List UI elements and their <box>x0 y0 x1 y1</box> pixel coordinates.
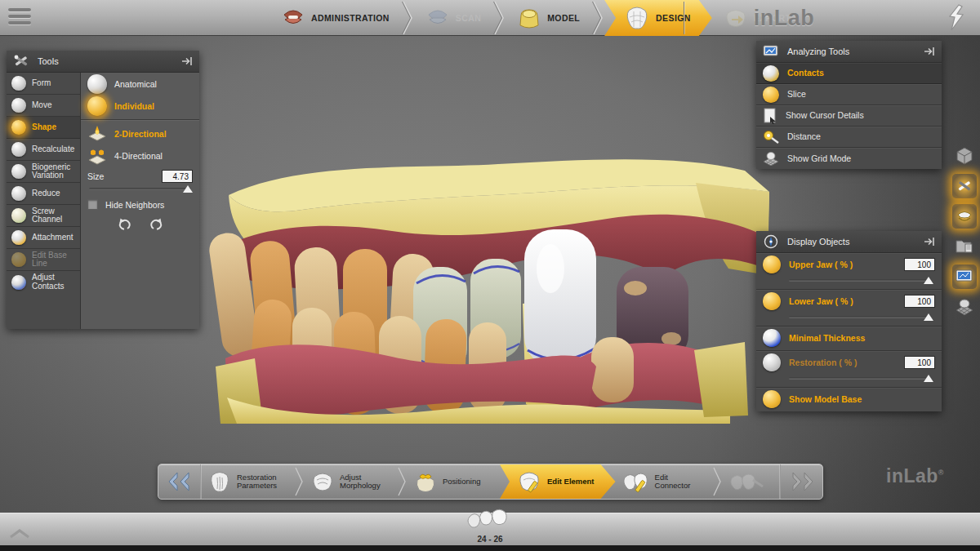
undo-icon[interactable] <box>117 218 131 231</box>
hide-neighbors-checkbox[interactable] <box>87 199 98 210</box>
workflow-forward-button[interactable] <box>780 464 822 499</box>
workflow-step-edit-element[interactable]: Edit Element <box>500 464 616 499</box>
collapse-panel-icon[interactable] <box>181 56 193 66</box>
display-objects-toggle-icon[interactable] <box>952 204 977 229</box>
analyzing-tools-icon <box>763 45 779 59</box>
display-objects-title: Display Objects <box>787 237 924 247</box>
tool-item-biogeneric-variation[interactable]: Biogeneric Variation <box>7 161 80 183</box>
collapse-panel-icon[interactable] <box>924 47 935 56</box>
size-value-input[interactable]: 4.73 <box>162 170 193 183</box>
restoration-parameters-icon <box>207 469 232 494</box>
display-row-show-model-base[interactable]: Show Model Base <box>756 388 942 411</box>
phase-navigation: ADMINISTRATION SCAN MODEL DESIGN <box>270 0 802 36</box>
restoration-bridge-icon <box>465 507 515 531</box>
lower-jaw-value-input[interactable]: 100 <box>904 295 935 308</box>
analyzing-item-show-cursor-details[interactable]: Show Cursor Details <box>756 105 942 127</box>
analyzing-item-distance[interactable]: Distance <box>756 127 942 148</box>
redo-icon[interactable] <box>149 218 164 231</box>
tool-item-shape[interactable]: Shape <box>7 117 80 139</box>
option-4-directional[interactable]: 4-Directional <box>81 144 199 167</box>
top-bar: ADMINISTRATION SCAN MODEL DESIGN <box>0 0 980 36</box>
tab-scan[interactable]: SCAN <box>414 0 492 36</box>
upper-jaw-value-input[interactable]: 100 <box>904 258 935 271</box>
bottom-status-strip: 24 - 26 <box>0 513 980 545</box>
tab-administration[interactable]: ADMINISTRATION <box>270 0 401 36</box>
display-row-lower-jaw[interactable]: Lower Jaw ( % ) 100 <box>756 290 942 327</box>
tool-item-attachment[interactable]: Attachment <box>7 227 80 249</box>
size-slider-track <box>89 188 191 190</box>
tool-list: Form Move Shape Recalculate Biogeneric V… <box>7 73 80 329</box>
administration-icon <box>281 7 305 29</box>
hide-neighbors-option[interactable]: Hide Neighbors <box>81 194 199 211</box>
attachment-icon <box>11 230 26 245</box>
restoration-value-input[interactable]: 100 <box>904 356 935 369</box>
tab-model[interactable]: MODEL <box>506 0 591 36</box>
collapse-panel-icon[interactable] <box>924 237 935 247</box>
expand-up-icon[interactable] <box>8 528 31 540</box>
tool-item-form[interactable]: Form <box>7 73 80 95</box>
anatomical-icon <box>87 74 107 94</box>
option-2-directional[interactable]: 2-Directional <box>81 122 199 144</box>
restoration-slider-thumb[interactable] <box>924 375 933 382</box>
lower-jaw-slider-thumb[interactable] <box>924 313 933 321</box>
view-cube-icon[interactable] <box>952 144 977 168</box>
scan-icon <box>425 7 450 29</box>
grid-view-icon[interactable] <box>952 295 977 319</box>
tool-item-reduce[interactable]: Reduce <box>7 183 80 205</box>
inlab-application: { "topbar": { "logo": "inLab", "tabs": [… <box>0 0 980 551</box>
subpanel-divider <box>81 119 199 120</box>
size-slider-thumb[interactable] <box>183 185 193 193</box>
display-objects-panel: Display Objects Upper Jaw ( % ) 100 Lowe… <box>756 231 942 411</box>
restoration-selector[interactable]: 24 - 26 <box>441 507 539 550</box>
restoration-icon <box>763 353 781 371</box>
size-slider[interactable] <box>89 184 191 194</box>
workflow-step-restoration-parameters[interactable]: Restoration Parameters <box>201 464 294 499</box>
upper-jaw-slider[interactable] <box>789 276 932 286</box>
analyzing-item-show-grid-mode[interactable]: Show Grid Mode <box>756 148 942 169</box>
move-icon <box>11 98 26 113</box>
contacts-icon <box>763 65 779 82</box>
tools-panel-toggle-icon[interactable] <box>952 174 977 198</box>
workflow-step-positioning[interactable]: Positioning <box>407 464 500 499</box>
tab-design[interactable]: DESIGN <box>604 0 712 36</box>
show-model-base-icon <box>763 390 781 408</box>
workflow-step-edit-connector[interactable]: Edit Connector <box>616 464 712 499</box>
double-chevron-left-icon <box>166 471 194 492</box>
analyzing-item-contacts[interactable]: Contacts <box>756 63 942 84</box>
menu-icon[interactable] <box>8 8 31 28</box>
disabled-step-icon <box>728 470 764 493</box>
tools-icon <box>13 54 29 69</box>
display-row-upper-jaw[interactable]: Upper Jaw ( % ) 100 <box>756 253 942 290</box>
edit-connector-icon <box>622 470 650 493</box>
option-individual[interactable]: Individual <box>81 95 199 117</box>
flash-icon[interactable] <box>942 3 971 36</box>
recalculate-icon <box>11 142 26 157</box>
lower-jaw-slider[interactable] <box>789 313 932 322</box>
tool-item-edit-base-line[interactable]: Edit Base Line <box>7 249 80 271</box>
tool-item-move[interactable]: Move <box>7 95 80 117</box>
tool-item-adjust-contacts[interactable]: Adjust Contacts <box>7 271 80 293</box>
lower-jaw-icon <box>763 292 781 310</box>
display-row-restoration[interactable]: Restoration ( % ) 100 <box>756 351 942 388</box>
size-label: Size <box>87 171 162 181</box>
upper-jaw-slider-thumb[interactable] <box>924 277 933 284</box>
analyzing-item-slice[interactable]: Slice <box>756 84 942 105</box>
2-directional-icon <box>87 125 107 143</box>
tooth-range-label: 24 - 26 <box>441 535 539 544</box>
4-directional-icon <box>87 147 107 165</box>
workflow-step-disabled <box>722 464 771 499</box>
individual-icon <box>87 96 107 116</box>
display-objects-icon <box>763 234 779 250</box>
option-anatomical[interactable]: Anatomical <box>81 73 199 95</box>
tool-item-screw-channel[interactable]: Screw Channel <box>7 205 80 227</box>
analyzing-tools-toggle-icon[interactable] <box>952 264 977 289</box>
show-cursor-details-icon <box>763 108 777 124</box>
workflow-step-adjust-morphology[interactable]: Adjust Morphology <box>304 464 397 499</box>
object-list-icon[interactable] <box>952 234 977 259</box>
workflow-back-button[interactable] <box>158 464 201 499</box>
dental-model[interactable] <box>204 144 776 424</box>
tool-item-recalculate[interactable]: Recalculate <box>7 139 80 161</box>
display-row-minimal-thickness[interactable]: Minimal Thickness <box>756 327 942 351</box>
restoration-slider[interactable] <box>789 374 932 384</box>
screw-channel-icon <box>11 208 26 223</box>
